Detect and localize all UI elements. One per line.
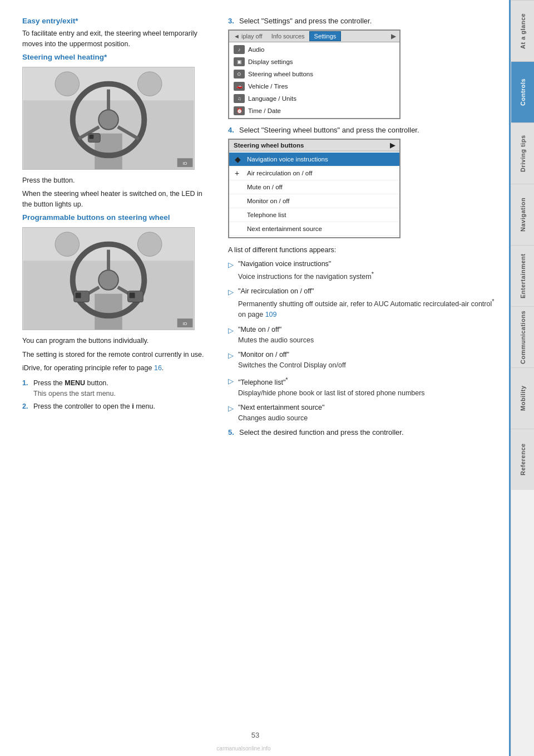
menu-item-language-units: ♫ Language / Units <box>229 92 399 105</box>
idrive-ref-text: iDrive, for operating principle refer to… <box>22 363 211 374</box>
arrow-icon-5: ▷ <box>228 376 235 387</box>
idrive-menu: ◄ iplay off Info sources Settings ▶ ♪ Au… <box>228 30 400 119</box>
svg-text:ID: ID <box>183 321 187 326</box>
step-3-text: Select "Settings" and press the controll… <box>239 17 372 25</box>
display-settings-icon: ▣ <box>234 57 245 66</box>
programmable-buttons-image: ID <box>22 227 195 330</box>
svg-point-26 <box>55 232 80 257</box>
func-nav-voice: ▷ "Navigation voice instructions" Voice … <box>228 259 500 282</box>
step-4-text: Select "Steering wheel buttons" and pres… <box>239 126 419 134</box>
svg-rect-25 <box>130 292 135 298</box>
func-telephone: ▷ "Telephone list"* Display/hide phone b… <box>228 375 500 399</box>
idrive-menu-body: ♪ Audio ▣ Display settings ⊙ Steering wh… <box>229 42 399 118</box>
menu-item-vehicle-tires: 🚗 Vehicle / Tires <box>229 80 399 92</box>
svg-point-4 <box>98 110 118 130</box>
sw-item-air-recirc: + Air recirculation on / off <box>229 166 399 180</box>
step-3-container: 3. Select "Settings" and press the contr… <box>228 17 500 25</box>
programmable-buttons-section: Programmable buttons on steering wheel <box>22 213 211 412</box>
steering-wheel-buttons-icon: ⊙ <box>234 70 245 78</box>
time-date-icon: ⏰ <box>234 106 245 115</box>
steering-wheel-buttons-menu: Steering wheel buttons ▶ ◆ Navigation vo… <box>228 139 400 238</box>
func-mute: ▷ "Mute on / off" Mutes the audio source… <box>228 325 500 346</box>
functions-intro-text: A list of different functions appears: <box>228 245 500 256</box>
step-1: 1. Press the MENU button.This opens the … <box>22 378 211 399</box>
step-5-container: 5. Select the desired function and press… <box>228 428 500 436</box>
easy-entry-heading: Easy entry/exit* <box>22 17 211 25</box>
tab-iplay-off[interactable]: ◄ iplay off <box>229 31 267 41</box>
sw-menu-header: Steering wheel buttons ▶ <box>229 140 399 151</box>
easy-entry-section: Easy entry/exit* To facilitate entry and… <box>22 17 211 50</box>
steps-list: 1. Press the MENU button.This opens the … <box>22 378 211 411</box>
sidebar-tab-communications[interactable]: Communications <box>511 306 535 367</box>
arrow-icon-1: ▷ <box>228 259 235 271</box>
tab-settings[interactable]: Settings <box>309 31 342 41</box>
svg-rect-23 <box>76 292 81 298</box>
press-button-caption: Press the button. <box>22 175 211 186</box>
sw-item-mute: Mute on / off <box>229 180 399 194</box>
sidebar-tab-mobility[interactable]: Mobility <box>511 367 535 429</box>
sw-item-nav-voice: ◆ Navigation voice instructions <box>229 153 399 166</box>
arrow-icon-3: ▷ <box>228 325 235 336</box>
setting-stored-text: The setting is stored for the remote con… <box>22 350 211 360</box>
svg-point-10 <box>55 71 80 96</box>
sw-menu-body: ◆ Navigation voice instructions + Air re… <box>229 151 399 237</box>
sidebar-tab-controls[interactable]: Controls <box>511 61 535 122</box>
audio-icon: ♪ <box>234 45 245 54</box>
tab-info-sources[interactable]: Info sources <box>267 31 309 41</box>
nav-arrow-right[interactable]: ▶ <box>388 31 399 42</box>
menu-item-time-date: ⏰ Time / Date <box>229 105 399 117</box>
page-number: 53 <box>251 731 259 739</box>
page-ref-109[interactable]: 109 <box>265 311 277 318</box>
svg-point-11 <box>137 71 162 96</box>
steering-heating-image: ID <box>22 67 195 170</box>
sw-item-next-entertainment: Next entertainment source <box>229 222 399 236</box>
vehicle-tires-icon: 🚗 <box>234 82 245 91</box>
svg-point-27 <box>137 232 162 257</box>
steering-heating-heading: Steering wheel heating* <box>22 53 211 61</box>
arrow-icon-6: ▷ <box>228 403 235 414</box>
menu-item-display-settings: ▣ Display settings <box>229 56 399 68</box>
arrow-icon-2: ▷ <box>228 287 235 298</box>
sidebar: At a glance Controls Driving tips Naviga… <box>511 0 534 756</box>
func-monitor: ▷ "Monitor on / off" Switches the Contro… <box>228 350 500 371</box>
sw-item-telephone: Telephone list <box>229 208 399 222</box>
language-units-icon: ♫ <box>234 94 245 103</box>
sw-item-monitor: Monitor on / off <box>229 194 399 208</box>
led-caption: When the steering wheel heater is switch… <box>22 189 211 210</box>
steering-heating-section: Steering wheel heating* <box>22 53 211 210</box>
func-air-recirc: ▷ "Air recirculation on / off" Permanent… <box>228 286 500 320</box>
sidebar-tab-entertainment[interactable]: Entertainment <box>511 245 535 306</box>
sidebar-tab-driving-tips[interactable]: Driving tips <box>511 122 535 184</box>
svg-text:ID: ID <box>183 161 187 166</box>
page-ref-16[interactable]: 16 <box>154 364 162 372</box>
step-4-container: 4. Select "Steering wheel buttons" and p… <box>228 126 500 134</box>
program-individually-text: You can program the buttons individually… <box>22 336 211 346</box>
menu-item-steering-wheel-buttons: ⊙ Steering wheel buttons <box>229 68 399 80</box>
sidebar-tab-at-a-glance[interactable]: At a glance <box>511 0 535 61</box>
idrive-menu-header: ◄ iplay off Info sources Settings ▶ <box>229 31 399 42</box>
easy-entry-text: To facilitate entry and exit, the steeri… <box>22 28 211 50</box>
svg-rect-9 <box>89 134 93 139</box>
func-next-entertainment: ▷ "Next entertainment source" Changes au… <box>228 402 500 424</box>
menu-item-audio: ♪ Audio <box>229 43 399 56</box>
svg-point-18 <box>98 270 118 290</box>
programmable-buttons-heading: Programmable buttons on steering wheel <box>22 213 211 222</box>
step-2: 2. Press the controller to open the i me… <box>22 401 211 412</box>
sw-nav-arrow: ▶ <box>390 141 395 149</box>
watermark: carmanualsonline.info <box>0 745 487 752</box>
arrow-icon-4: ▷ <box>228 350 235 361</box>
sidebar-tab-reference[interactable]: Reference <box>511 429 535 490</box>
functions-list: ▷ "Navigation voice instructions" Voice … <box>228 259 500 424</box>
sidebar-tab-navigation[interactable]: Navigation <box>511 184 535 245</box>
step-5-text: Select the desired function and press th… <box>239 428 404 436</box>
